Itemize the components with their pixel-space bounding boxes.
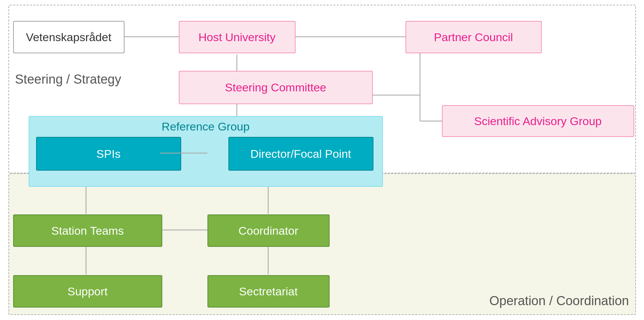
host-university-box: Host University <box>179 21 296 53</box>
secretariat-box: Sectretariat <box>207 275 330 308</box>
reference-group-label: Reference Group <box>162 120 250 133</box>
support-box: Support <box>13 275 162 308</box>
steering-label: Steering / Strategy <box>15 72 121 87</box>
diagram-container: Steering / Strategy Operation / Coordina… <box>8 5 636 315</box>
scientific-advisory-group-box: Scientific Advisory Group <box>442 105 634 137</box>
reference-group-container: Reference Group SPIs Director/Focal Poin… <box>29 116 383 187</box>
steering-committee-box: Steering Committee <box>179 71 373 104</box>
director-focal-point-box: Director/Focal Point <box>228 137 373 171</box>
station-teams-box: Station Teams <box>13 214 162 247</box>
operation-label: Operation / Coordination <box>489 294 629 308</box>
coordinator-box: Coordinator <box>207 214 330 247</box>
partner-council-box: Partner Council <box>405 21 542 53</box>
spis-box: SPIs <box>36 137 181 171</box>
vetenskapsradet-box: Vetenskapsrådet <box>13 21 124 53</box>
